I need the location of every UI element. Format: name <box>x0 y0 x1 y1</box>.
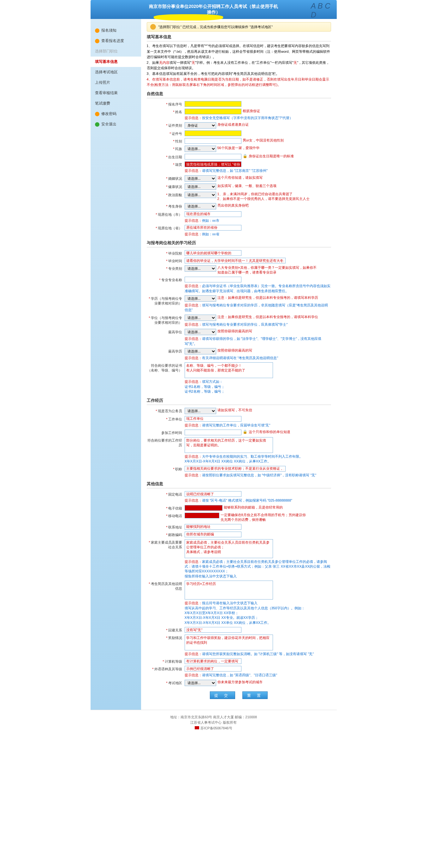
sidebar-item-payment[interactable]: 笔试缴费 <box>91 98 141 108</box>
footer: 地址：南京市北京东路63号 南京人才大厦 邮编：210008 江苏省人事考试中心… <box>91 710 337 736</box>
title-field[interactable] <box>185 466 286 472</box>
exam-area-select[interactable]: 请选择... <box>185 680 216 686</box>
notice-text: "选择部门职位" 已经完成，完成当前步骤后您可以继续操作 "选择考试地区" <box>158 25 273 29</box>
reset-button[interactable]: 重 置 <box>242 691 268 699</box>
header-decoration: A B CD <box>311 2 330 19</box>
degree-select[interactable]: 请选择... <box>185 315 216 321</box>
id-type-select[interactable]: 身份证 <box>185 122 216 129</box>
postcode-field[interactable] <box>185 532 241 537</box>
email-field[interactable] <box>185 505 223 511</box>
section-nature: 自然信息 <box>147 91 331 98</box>
sidebar-item-logout[interactable]: 安全退出 <box>91 119 141 129</box>
phone-field[interactable] <box>185 491 241 497</box>
major-name-field[interactable] <box>185 277 241 282</box>
sidebar-item-notice[interactable]: 报名须知 <box>91 25 141 36</box>
work-exp-textarea[interactable]: 部分岗位，要求相关的工作经历，这个一定要如实填写，后期是要证明的。 <box>185 437 273 453</box>
identity-select[interactable]: 请选择... <box>185 203 216 210</box>
education-select[interactable]: 请选择... <box>185 295 216 302</box>
gender-field[interactable] <box>185 138 241 144</box>
civil-servant-select[interactable]: 请选择... <box>185 408 216 414</box>
work-unit-field[interactable] <box>185 416 241 422</box>
political-select[interactable]: 请选择... <box>185 192 216 198</box>
bullet-icon <box>95 28 99 33</box>
address-field[interactable] <box>185 524 241 530</box>
page-header: 南京市部分事业单位2020年公开招聘工作人员考试（禁止使用手机 操作） A B … <box>91 0 337 19</box>
section-edu: 与报考岗位相关的学习经历 <box>147 240 331 247</box>
notice-bar: "选择部门职位" 已经完成，完成当前步骤后您可以继续操作 "选择考试地区" <box>147 22 331 32</box>
residence-province-field[interactable] <box>185 225 241 230</box>
work-start-field[interactable] <box>185 430 241 435</box>
sidebar-item-select-pos[interactable]: 选择部门职位 <box>91 46 141 57</box>
residence-city-field[interactable] <box>185 211 241 217</box>
sidebar-item-change-pwd[interactable]: 修改密码 <box>91 108 141 119</box>
sidebar-item-exam-area[interactable]: 选择考试地区 <box>91 67 141 78</box>
mobile-field[interactable] <box>185 513 219 518</box>
sidebar-item-basic-info[interactable]: 填写基本信息 <box>91 57 141 67</box>
cert-textarea[interactable]: 名称、等级、编号，一个都不能少！ 有人问能不能造假，那肯定是不能的了 <box>185 362 273 378</box>
school-field[interactable] <box>185 250 241 256</box>
sidebar-item-upload-photo[interactable]: 上传照片 <box>91 78 141 88</box>
birthdate-field[interactable] <box>185 154 241 159</box>
sidebar-item-review-result[interactable]: 查看审核结果 <box>91 88 141 98</box>
lock-icon: 🔒 <box>243 430 248 434</box>
section-other: 其他信息 <box>147 481 331 488</box>
native-place-field[interactable] <box>185 161 241 167</box>
submit-button[interactable]: 提 交 <box>210 691 235 699</box>
instructions: 1、考生在填写以下信息时，凡是带有"*"号的必须填写或选择。在填写信息时，建议考… <box>147 43 331 88</box>
highest-edu-select[interactable]: 请选择... <box>185 348 216 354</box>
health-select[interactable]: 请选择... <box>185 184 216 190</box>
major-cat-select[interactable]: 请选择... <box>185 265 216 272</box>
family-textarea[interactable]: 家庭成员必填，主要社会关系人员目前在任类机关及参公管理单位工作的必填； 具体格式… <box>185 539 273 558</box>
bullet-icon <box>95 39 99 43</box>
bullet-icon <box>95 122 99 127</box>
header-subtitle: 操作） <box>91 9 337 15</box>
info-icon <box>150 24 156 30</box>
highlight-blot <box>154 14 223 21</box>
award-textarea[interactable]: 学习和工作中获得奖励，建议你花半天的时间，把相应的证书也找到 <box>185 634 273 650</box>
highest-degree-select[interactable]: 请选择... <box>185 329 216 335</box>
ethnicity-select[interactable]: 请选择... <box>185 146 216 152</box>
sidebar: 报名须知 查看报名进度 选择部门职位 填写基本信息 选择考试地区 上传照片 查看… <box>91 19 141 710</box>
header-title: 南京市部分事业单位2020年公开招聘工作人员考试（禁止使用手机 <box>91 0 337 9</box>
computer-field[interactable] <box>185 658 241 664</box>
avoid-field[interactable] <box>185 627 241 633</box>
name-field <box>185 108 241 114</box>
language-field[interactable] <box>185 666 241 672</box>
grad-time-field[interactable] <box>185 258 286 264</box>
section-work: 工作经历 <box>147 398 331 405</box>
reg-number-field <box>185 101 241 107</box>
bullet-icon <box>95 112 99 116</box>
section-basic: 填写基本信息 <box>147 34 331 41</box>
lock-icon: 🔒 <box>243 154 248 158</box>
sidebar-item-progress[interactable]: 查看报名进度 <box>91 36 141 46</box>
marital-select[interactable]: 请选择... <box>185 175 216 182</box>
id-number-field <box>185 130 241 136</box>
resume-textarea[interactable]: 学习经历+工作经历 <box>185 581 273 599</box>
content-area: "选择部门职位" 已经完成，完成当前步骤后您可以继续操作 "选择考试地区" 填写… <box>141 19 337 710</box>
